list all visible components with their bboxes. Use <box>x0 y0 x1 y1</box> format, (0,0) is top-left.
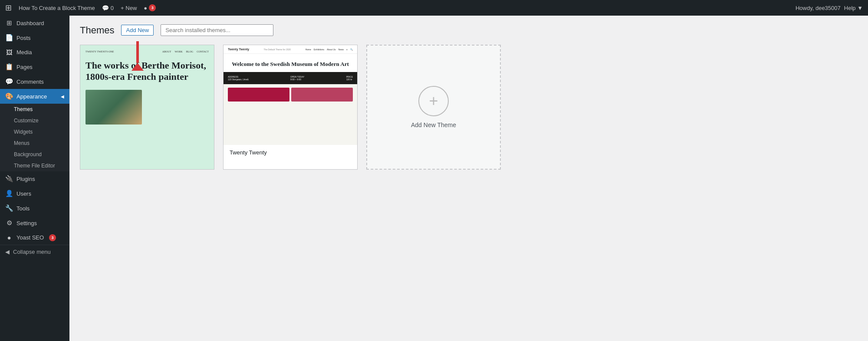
pages-icon: 📋 <box>5 63 13 71</box>
plugins-icon: 🔌 <box>5 175 13 183</box>
sidebar-item-tools[interactable]: 🔧 Tools <box>0 201 69 216</box>
settings-icon: ⚙ <box>5 219 13 227</box>
theme-preview-tt2: Twenty Twenty The Default Theme for 2020… <box>224 45 357 145</box>
tt1-image <box>85 90 142 125</box>
appearance-section: 🎨 Appearance ◀ Themes Customize Widgets … <box>0 89 69 171</box>
sidebar-item-themes[interactable]: Themes <box>0 104 69 115</box>
sidebar-item-customize[interactable]: Customize <box>0 115 69 126</box>
posts-icon: 📄 <box>5 34 13 42</box>
sidebar-item-pages[interactable]: 📋 Pages <box>0 59 69 74</box>
search-themes-input[interactable] <box>161 24 273 36</box>
sidebar: ⊞ Dashboard 📄 Posts 🖼 Media 📋 Pages 💬 Co… <box>0 16 69 341</box>
site-name[interactable]: How To Create a Block Theme <box>19 5 95 11</box>
yoast-badge: 3 <box>149 4 156 11</box>
sidebar-item-menus[interactable]: Menus <box>0 138 69 149</box>
add-new-button[interactable]: Add New <box>121 25 154 36</box>
tt2-dark-block: ADDRESS 123 Storgatan, Umeå OPEN TODAY 9… <box>224 72 357 84</box>
tt2-hero: Welcome to the Swedish Museum of Modern … <box>224 54 357 72</box>
tt2-layout: Twenty Twenty The Default Theme for 2020… <box>224 45 357 145</box>
sidebar-item-users[interactable]: 👤 Users <box>0 186 69 201</box>
wp-logo-icon[interactable]: ⊞ <box>5 3 12 13</box>
media-icon: 🖼 <box>5 49 13 56</box>
inactive-theme-name: Twenty Twenty <box>224 145 357 160</box>
main-content: Themes Add New TWENTY TWENTY-ONE <box>69 16 868 341</box>
appearance-icon: 🎨 <box>5 92 13 100</box>
tt1-title: The works of Berthe Morisot, 1800s-era F… <box>85 60 209 83</box>
yoast-sidebar-badge: 3 <box>49 234 56 241</box>
appearance-arrow-icon: ◀ <box>61 94 64 99</box>
comment-count[interactable]: 💬 0 <box>102 5 114 11</box>
yoast-icon[interactable]: ● 3 <box>144 4 156 11</box>
users-icon: 👤 <box>5 190 13 197</box>
admin-bar: ⊞ How To Create a Block Theme 💬 0 + New … <box>0 0 868 16</box>
collapse-icon: ◀ <box>5 249 10 255</box>
sidebar-item-dashboard[interactable]: ⊞ Dashboard <box>0 16 69 30</box>
add-new-button-wrapper: Add New <box>121 25 154 36</box>
add-theme-plus-icon: + <box>418 86 449 116</box>
arrow-head <box>132 63 144 71</box>
theme-card-twenty-twenty-one[interactable]: TWENTY TWENTY-ONE ABOUT WORK BLOG CONTAC… <box>80 45 214 170</box>
theme-preview-tt1: TWENTY TWENTY-ONE ABOUT WORK BLOG CONTAC… <box>80 45 214 169</box>
tt1-nav: TWENTY TWENTY-ONE ABOUT WORK BLOG CONTAC… <box>85 50 209 53</box>
sidebar-item-yoast[interactable]: ● Yoast SEO 3 <box>0 230 69 245</box>
sidebar-item-background[interactable]: Background <box>0 149 69 160</box>
arrow-shaft <box>136 41 139 63</box>
sidebar-item-theme-file-editor[interactable]: Theme File Editor <box>0 160 69 171</box>
page-title: Themes <box>80 25 114 36</box>
tt2-pink-row <box>224 84 357 102</box>
dashboard-icon: ⊞ <box>5 19 13 27</box>
arrow-indicator <box>132 41 144 71</box>
theme-footer-active: Active: Twenty Twenty-One Customize <box>80 169 214 170</box>
tt2-nav: Twenty Twenty The Default Theme for 2020… <box>224 45 357 54</box>
sidebar-item-plugins[interactable]: 🔌 Plugins <box>0 171 69 186</box>
page-header: Themes Add New <box>80 24 858 36</box>
main-layout: ⊞ Dashboard 📄 Posts 🖼 Media 📋 Pages 💬 Co… <box>0 16 868 341</box>
sidebar-item-comments[interactable]: 💬 Comments <box>0 74 69 89</box>
yoast-sidebar-icon: ● <box>5 234 13 241</box>
tt2-hero-title: Welcome to the Swedish Museum of Modern … <box>228 61 353 68</box>
sidebar-item-media[interactable]: 🖼 Media <box>0 45 69 59</box>
new-content-menu[interactable]: + New <box>121 5 137 11</box>
collapse-menu-button[interactable]: ◀ Collapse menu <box>0 245 69 259</box>
tools-icon: 🔧 <box>5 204 13 212</box>
add-new-theme-label: Add New Theme <box>411 121 456 128</box>
sidebar-item-widgets[interactable]: Widgets <box>0 126 69 138</box>
comments-icon: 💬 <box>5 78 13 85</box>
comment-bubble-icon: 💬 <box>102 5 109 11</box>
sidebar-item-appearance[interactable]: 🎨 Appearance ◀ <box>0 89 69 104</box>
add-new-theme-card[interactable]: + Add New Theme <box>366 45 501 170</box>
themes-grid: TWENTY TWENTY-ONE ABOUT WORK BLOG CONTAC… <box>80 45 858 170</box>
help-button[interactable]: Help ▼ <box>844 5 863 11</box>
theme-card-twenty-twenty[interactable]: Twenty Twenty The Default Theme for 2020… <box>223 45 358 170</box>
user-greeting[interactable]: Howdy, dee35007 <box>796 5 841 11</box>
sidebar-item-posts[interactable]: 📄 Posts <box>0 30 69 45</box>
sidebar-item-settings[interactable]: ⚙ Settings <box>0 216 69 230</box>
yoast-logo: ● <box>144 5 147 11</box>
